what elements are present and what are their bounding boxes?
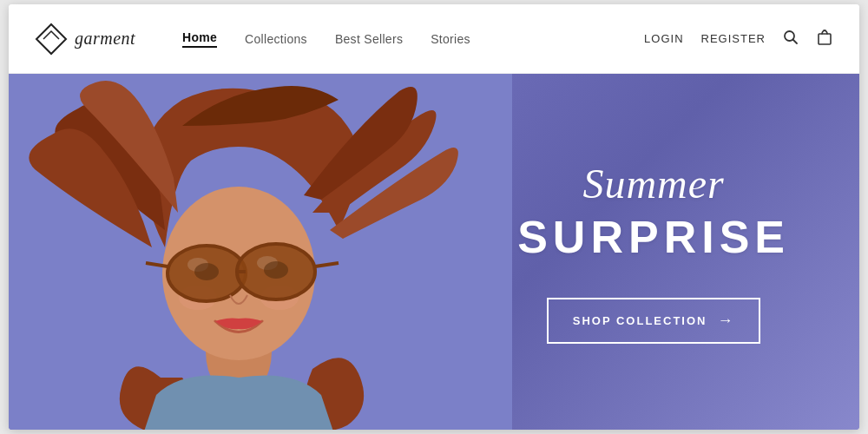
cart-icon[interactable] xyxy=(816,29,833,49)
browser-window: garment Home Collections Best Sellers St… xyxy=(9,4,859,430)
svg-point-18 xyxy=(194,263,219,280)
hero-image xyxy=(9,74,519,430)
header-right: LOGIN REGISTER xyxy=(644,29,833,49)
logo-area: garment xyxy=(35,23,148,56)
main-nav: Home Collections Best Sellers Stories xyxy=(182,30,644,48)
nav-item-stories[interactable]: Stories xyxy=(431,32,470,46)
hero-section: Summer SURPRISE SHOP COLLECTION → xyxy=(9,74,859,430)
arrow-icon: → xyxy=(717,312,734,330)
hero-content: Summer SURPRISE SHOP COLLECTION → xyxy=(517,160,790,344)
nav-item-bestsellers[interactable]: Best Sellers xyxy=(335,32,403,46)
hero-title: SURPRISE xyxy=(517,211,790,263)
svg-marker-0 xyxy=(36,24,66,54)
svg-rect-3 xyxy=(819,34,831,44)
hero-subtitle: Summer xyxy=(517,160,790,207)
register-button[interactable]: REGISTER xyxy=(701,32,766,45)
svg-line-2 xyxy=(793,39,798,43)
search-icon[interactable] xyxy=(783,30,799,49)
nav-item-collections[interactable]: Collections xyxy=(245,32,307,46)
nav-item-home[interactable]: Home xyxy=(182,30,217,48)
logo-icon xyxy=(35,23,68,56)
login-button[interactable]: LOGIN xyxy=(644,32,683,45)
hero-illustration xyxy=(9,74,512,430)
shop-collection-label: SHOP COLLECTION xyxy=(573,314,707,327)
logo-text: garment xyxy=(75,29,135,49)
svg-point-19 xyxy=(264,261,288,279)
shop-collection-button[interactable]: SHOP COLLECTION → xyxy=(547,298,761,344)
header: garment Home Collections Best Sellers St… xyxy=(9,4,859,74)
